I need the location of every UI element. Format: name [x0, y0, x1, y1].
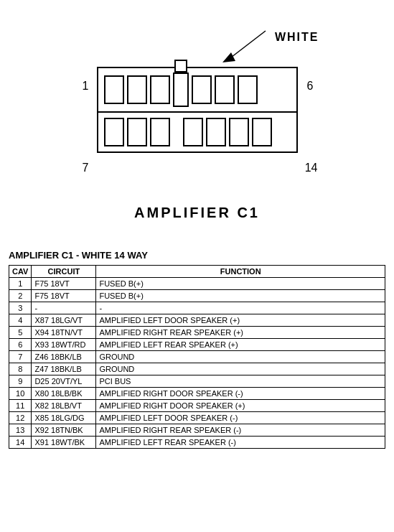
table-row: 9D25 20VT/YLPCI BUS — [9, 375, 385, 388]
pin — [104, 118, 124, 146]
cell-circuit: - — [32, 302, 96, 314]
table-row: 10X80 18LB/BKAMPLIFIED RIGHT DOOR SPEAKE… — [9, 388, 385, 400]
cell-circuit: X85 18LG/DG — [32, 412, 96, 424]
pin — [150, 75, 170, 104]
pin — [252, 118, 272, 146]
table-row: 1F75 18VTFUSED B(+) — [9, 278, 385, 290]
white-label: WHITE — [275, 31, 319, 44]
cell-circuit: X94 18TN/VT — [32, 327, 96, 339]
cell-cav: 10 — [9, 388, 32, 400]
pin-group-bottom-right — [183, 118, 272, 146]
label-pin-6: 6 — [307, 80, 314, 93]
cell-circuit: F75 18VT — [32, 278, 96, 290]
pin-group-right — [192, 75, 258, 104]
connector-tab-housing — [173, 73, 189, 107]
cell-function: PCI BUS — [96, 375, 385, 388]
connector-tab — [174, 60, 187, 73]
table-row: 8Z47 18BK/LBGROUND — [9, 363, 385, 375]
table-row: 6X93 18WT/RDAMPLIFIED LEFT REAR SPEAKER … — [9, 339, 385, 351]
pin — [150, 118, 170, 146]
cell-cav: 5 — [9, 327, 32, 339]
col-header-function: FUNCTION — [96, 266, 385, 278]
table-header-row: CAV CIRCUIT FUNCTION — [9, 266, 385, 278]
table-row: 11X82 18LB/VTAMPLIFIED RIGHT DOOR SPEAKE… — [9, 400, 385, 412]
cell-function: AMPLIFIED LEFT DOOR SPEAKER (-) — [96, 412, 385, 424]
cell-circuit: X92 18TN/BK — [32, 424, 96, 437]
connector-bottom-row — [98, 111, 296, 151]
table-row: 2F75 18VTFUSED B(+) — [9, 290, 385, 302]
cell-cav: 11 — [9, 400, 32, 412]
pin — [104, 75, 124, 104]
connector-top-row — [98, 68, 296, 111]
cell-circuit: Z47 18BK/LB — [32, 363, 96, 375]
table-row: 14X91 18WT/BKAMPLIFIED LEFT REAR SPEAKER… — [9, 437, 385, 449]
arrow-indicator — [187, 25, 273, 65]
cell-function: AMPLIFIED RIGHT DOOR SPEAKER (-) — [96, 388, 385, 400]
pin — [206, 118, 226, 146]
pin — [183, 118, 203, 146]
table-title: AMPLIFIER C1 - WHITE 14 WAY — [9, 250, 385, 261]
cell-circuit: X82 18LB/VT — [32, 400, 96, 412]
table-row: 4X87 18LG/VTAMPLIFIED LEFT DOOR SPEAKER … — [9, 314, 385, 327]
cell-function: GROUND — [96, 351, 385, 363]
connector-body — [97, 67, 298, 153]
cell-function: FUSED B(+) — [96, 278, 385, 290]
cell-cav: 3 — [9, 302, 32, 314]
cell-cav: 13 — [9, 424, 32, 437]
cell-circuit: Z46 18BK/LB — [32, 351, 96, 363]
cell-function: AMPLIFIED LEFT DOOR SPEAKER (+) — [96, 314, 385, 327]
pin — [238, 75, 258, 104]
cell-cav: 1 — [9, 278, 32, 290]
table-row: 13X92 18TN/BKAMPLIFIED RIGHT REAR SPEAKE… — [9, 424, 385, 437]
pin — [127, 118, 147, 146]
cell-cav: 7 — [9, 351, 32, 363]
diagram-section: WHITE — [0, 0, 394, 244]
pin — [127, 75, 147, 104]
col-header-circuit: CIRCUIT — [32, 266, 96, 278]
cell-cav: 8 — [9, 363, 32, 375]
cell-circuit: F75 18VT — [32, 290, 96, 302]
table-row: 3-- — [9, 302, 385, 314]
cell-cav: 6 — [9, 339, 32, 351]
cell-function: - — [96, 302, 385, 314]
connector-title: AMPLIFIER C1 — [134, 205, 260, 221]
cell-cav: 2 — [9, 290, 32, 302]
cell-circuit: X91 18WT/BK — [32, 437, 96, 449]
label-pin-7: 7 — [83, 162, 89, 174]
table-section: AMPLIFIER C1 - WHITE 14 WAY CAV CIRCUIT … — [0, 244, 394, 454]
table-row: 12X85 18LG/DGAMPLIFIED LEFT DOOR SPEAKER… — [9, 412, 385, 424]
label-pin-1: 1 — [83, 80, 89, 93]
cell-circuit: X87 18LG/VT — [32, 314, 96, 327]
cell-function: FUSED B(+) — [96, 290, 385, 302]
cell-cav: 9 — [9, 375, 32, 388]
label-pin-14: 14 — [305, 162, 318, 174]
circuit-table: CAV CIRCUIT FUNCTION 1F75 18VTFUSED B(+)… — [9, 265, 385, 449]
pin — [192, 75, 212, 104]
cell-circuit: X93 18WT/RD — [32, 339, 96, 351]
svg-line-0 — [228, 31, 266, 60]
pin — [215, 75, 235, 104]
cell-function: AMPLIFIED RIGHT REAR SPEAKER (+) — [96, 327, 385, 339]
col-header-cav: CAV — [9, 266, 32, 278]
cell-cav: 14 — [9, 437, 32, 449]
cell-function: AMPLIFIED LEFT REAR SPEAKER (-) — [96, 437, 385, 449]
pin — [229, 118, 249, 146]
connector-wrapper: WHITE — [83, 52, 312, 196]
table-row: 7Z46 18BK/LBGROUND — [9, 351, 385, 363]
cell-function: GROUND — [96, 363, 385, 375]
svg-marker-1 — [222, 52, 235, 62]
pin-group-bottom-left — [104, 118, 170, 146]
cell-function: AMPLIFIED RIGHT REAR SPEAKER (-) — [96, 424, 385, 437]
pin-group-left — [104, 75, 170, 104]
table-row: 5X94 18TN/VTAMPLIFIED RIGHT REAR SPEAKER… — [9, 327, 385, 339]
cell-circuit: X80 18LB/BK — [32, 388, 96, 400]
cell-cav: 4 — [9, 314, 32, 327]
cell-circuit: D25 20VT/YL — [32, 375, 96, 388]
cell-cav: 12 — [9, 412, 32, 424]
cell-function: AMPLIFIED LEFT REAR SPEAKER (+) — [96, 339, 385, 351]
cell-function: AMPLIFIED RIGHT DOOR SPEAKER (+) — [96, 400, 385, 412]
table-body: 1F75 18VTFUSED B(+)2F75 18VTFUSED B(+)3-… — [9, 278, 385, 449]
